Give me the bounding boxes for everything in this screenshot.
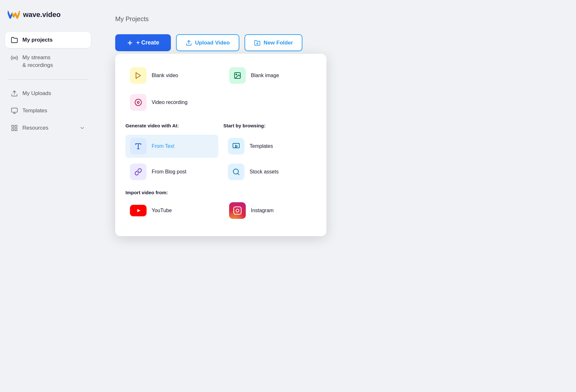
upload-icon [11,90,18,97]
blank-image-item[interactable]: Blank image [225,64,316,87]
templates-icon [11,107,18,114]
svg-marker-22 [236,145,237,148]
import-row: YouTube Instagram [125,199,316,222]
svg-rect-8 [15,128,17,130]
instagram-item[interactable]: Instagram [225,199,316,222]
youtube-icon [130,205,147,216]
svg-point-16 [236,74,237,75]
from-text-icon-box [130,138,147,155]
sidebar-item-my-projects[interactable]: My projects [5,32,91,48]
youtube-label: YouTube [152,208,172,213]
create-button[interactable]: + Create [115,34,171,51]
link-icon [134,168,142,176]
svg-point-28 [239,208,240,209]
new-folder-label: New Folder [264,40,293,46]
new-folder-icon [254,40,260,46]
search-icon [232,168,240,176]
instagram-icon [229,202,246,219]
page-title: My Projects [115,15,557,23]
svg-point-0 [14,57,15,59]
ai-section-label: Generate video with AI: [125,123,218,128]
from-blog-post-item[interactable]: From Blog post [125,160,218,183]
from-text-item[interactable]: From Text [125,135,218,158]
sidebar: wave.video My projects My streams& recor… [0,0,96,392]
image-icon [234,72,241,79]
svg-marker-14 [136,73,140,78]
sidebar-item-templates[interactable]: Templates [5,103,91,119]
video-recording-icon-box [130,94,147,111]
youtube-item[interactable]: YouTube [125,199,217,222]
sidebar-item-label: Resources [22,125,48,131]
svg-rect-2 [12,108,17,112]
upload-icon [186,40,192,46]
svg-rect-5 [12,125,14,127]
templates-label: Templates [250,143,273,149]
plus-icon [127,40,133,46]
video-recording-item[interactable]: Video recording [125,91,316,114]
logo-text: wave.video [23,11,60,19]
streams-icon [11,54,18,61]
dropdown-top-row: Blank video Blank image [125,64,316,87]
templates-item[interactable]: Templates [223,135,316,158]
sidebar-item-my-uploads[interactable]: My Uploads [5,85,91,101]
templates-icon-box [228,138,244,155]
resources-icon [11,124,18,132]
logo-icon [8,10,20,19]
import-section-label: Import video from: [125,190,316,195]
sidebar-item-label: Templates [22,108,47,114]
main-content: My Projects + Create Upload Video New [96,0,576,392]
svg-point-17 [135,99,141,106]
play-icon [134,72,142,79]
blank-video-icon-box [130,67,147,84]
logo: wave.video [5,10,91,19]
svg-point-18 [137,101,139,103]
blank-video-label: Blank video [152,73,178,78]
from-blog-post-label: From Blog post [152,169,186,175]
svg-rect-26 [234,207,241,214]
sidebar-item-label: My Uploads [22,90,51,97]
dropdown-two-col: Generate video with AI: Start by browsin… [125,116,316,183]
templates-browse-icon [232,142,240,150]
svg-rect-6 [15,125,17,127]
sidebar-item-resources[interactable]: Resources [5,120,91,136]
sidebar-item-label: My projects [22,37,52,43]
instagram-label: Instagram [251,208,274,213]
svg-marker-25 [137,209,140,212]
svg-line-24 [238,173,239,175]
blank-image-icon-box [229,67,246,84]
create-dropdown: Blank video Blank image [115,54,326,236]
upload-video-label: Upload Video [195,40,230,46]
sidebar-item-label: My streams& recordings [22,54,53,69]
blank-image-label: Blank image [251,73,279,78]
from-text-label: From Text [152,143,174,149]
text-icon [134,142,142,150]
stock-assets-label: Stock assets [250,169,279,175]
sidebar-divider [8,79,88,80]
record-icon [134,99,142,106]
stock-assets-icon-box [228,164,244,180]
create-button-label: + Create [136,39,159,46]
upload-video-button[interactable]: Upload Video [176,34,239,51]
video-recording-label: Video recording [152,100,188,105]
toolbar: + Create Upload Video New Folder [115,34,557,51]
from-blog-icon-box [130,164,147,180]
chevron-down-icon [79,125,85,131]
new-folder-button[interactable]: New Folder [244,34,303,51]
svg-rect-7 [12,128,14,130]
svg-point-27 [236,209,239,212]
browse-section-label: Start by browsing: [223,123,316,128]
blank-video-item[interactable]: Blank video [125,64,217,87]
folder-icon [11,36,18,44]
stock-assets-item[interactable]: Stock assets [223,160,316,183]
sidebar-item-my-streams[interactable]: My streams& recordings [5,49,91,74]
